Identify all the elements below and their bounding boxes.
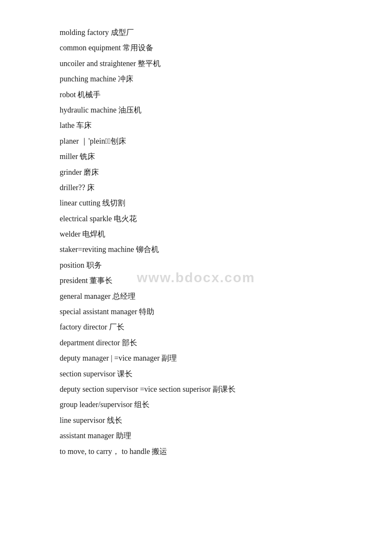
list-item: section supervisor 课长: [60, 367, 341, 381]
list-item: to move, to carry， to handle 搬运: [60, 445, 341, 458]
list-item: group leader/supervisor 组长: [60, 398, 341, 411]
list-item: linear cutting 线切割: [60, 196, 341, 210]
list-item: department director 部长: [60, 336, 341, 350]
list-item: punching machine 冲床: [60, 72, 341, 86]
content-list: molding factory 成型厂common equipment 常用设备…: [60, 26, 341, 458]
list-item: deputy manager | =vice manager 副理: [60, 351, 341, 365]
list-item: uncoiler and straightener 整平机: [60, 57, 341, 70]
list-item: assistant manager 助理: [60, 429, 341, 442]
list-item: grinder 磨床: [60, 165, 341, 179]
list-item: president 董事长: [60, 274, 341, 287]
list-item: general manager 总经理: [60, 289, 341, 303]
list-item: planer ｜'plein｜刨床: [60, 134, 341, 148]
list-item: line supervisor 线长: [60, 413, 341, 427]
list-item: hydraulic machine 油压机: [60, 103, 341, 117]
list-item: factory director 厂长: [60, 320, 341, 334]
list-item: welder 电焊机: [60, 227, 341, 241]
list-item: miller 铣床: [60, 150, 341, 163]
list-item: position 职务: [60, 258, 341, 272]
list-item: driller?? 床: [60, 181, 341, 194]
list-item: robot 机械手: [60, 88, 341, 101]
list-item: staker=reviting machine 铆合机: [60, 243, 341, 256]
list-item: deputy section supervisor =vice section …: [60, 382, 341, 396]
list-item: molding factory 成型厂: [60, 26, 341, 39]
list-item: lathe 车床: [60, 119, 341, 132]
list-item: special assistant manager 特助: [60, 305, 341, 318]
list-item: electrical sparkle 电火花: [60, 212, 341, 225]
list-item: common equipment 常用设备: [60, 41, 341, 55]
